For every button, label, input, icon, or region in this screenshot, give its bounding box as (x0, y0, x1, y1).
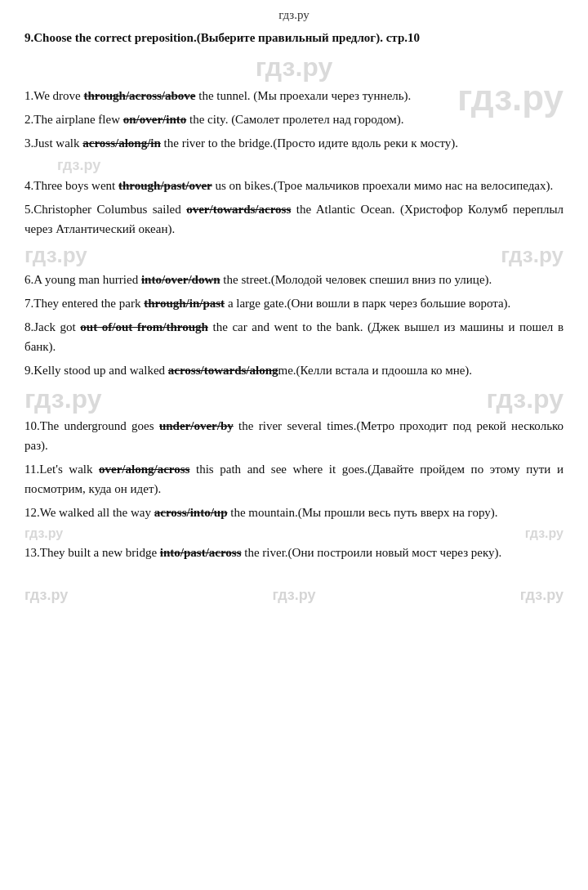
sentence-1: 1.We drove through/across/above the tunn… (24, 86, 564, 105)
sentence-3: 3.Just walk across/along/in the river to… (24, 133, 564, 153)
task-title: Choose the correct preposition.(Выберите… (33, 31, 420, 44)
sentence-10: 10.The underground goes under/over/by th… (24, 416, 564, 455)
sentence-2: 2.The airplane flew on/over/into the cit… (24, 110, 564, 129)
watermark-row-small: гдз.ру гдз.ру (24, 526, 564, 541)
task-heading: 9.Choose the correct preposition.(Выбери… (24, 29, 564, 47)
footer-wm-right: гдз.ру (520, 587, 564, 604)
sentence-11: 11.Let's walk over/along/across this pat… (24, 459, 564, 499)
watermark-pair-mid: гдз.ру гдз.ру (24, 243, 564, 268)
watermark-inline-2: гдз.ру (57, 157, 564, 174)
sentence-13: 13.They built a new bridge into/past/acr… (24, 543, 564, 562)
sentence-9: 9.Kelly stood up and walked across/towar… (24, 360, 564, 380)
footer-wm-center: гдз.ру (272, 587, 315, 604)
site-watermark-top: гдз.ру (278, 8, 310, 21)
page-header: гдз.ру (0, 8, 588, 22)
sentence-8: 8.Jack got out of/out from/through the c… (24, 317, 564, 356)
sentence-4: 4.Three boys went through/past/over us o… (24, 176, 564, 195)
watermark-block-1: гдз.ру (24, 52, 564, 83)
sentence-12: 12.We walked all the way across/into/up … (24, 503, 564, 522)
sentence-5: 5.Christopher Columbus sailed over/towar… (24, 199, 564, 239)
sentence-6: 6.A young man hurried into/over/down the… (24, 270, 564, 289)
footer-watermarks: гдз.ру гдз.ру гдз.ру (0, 587, 588, 604)
sentence-7: 7.They entered the park through/in/past … (24, 293, 564, 313)
watermark-pair-2: гдз.ру гдз.ру (24, 384, 564, 414)
footer-wm-left: гдз.ру (24, 587, 68, 604)
